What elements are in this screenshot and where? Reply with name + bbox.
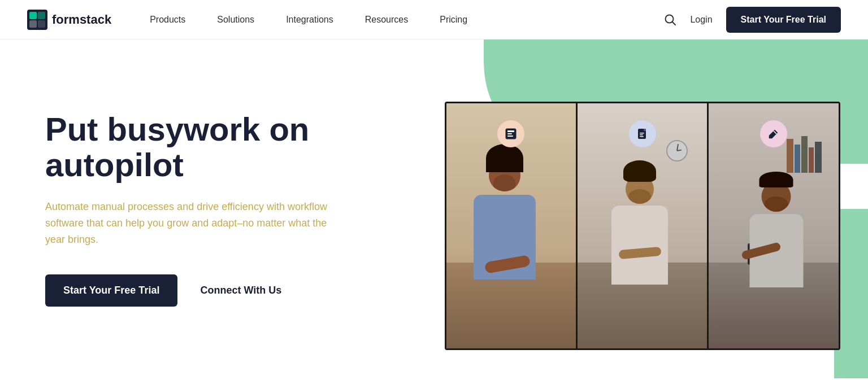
panel-badge-3 [760,120,787,147]
svg-line-6 [672,21,676,25]
person-2-hair [623,160,656,182]
logo-link[interactable]: formstack [27,10,111,30]
svg-rect-13 [640,133,644,134]
hero-subtext-dash: – [237,217,242,229]
hero-heading-line2: autopilot [45,146,184,183]
svg-rect-3 [29,20,37,28]
hero-section: Put busywork on autopilot Automate manua… [0,40,868,378]
svg-rect-2 [38,12,45,19]
panel-badge-2 [629,120,656,147]
bookshelf [787,128,832,173]
hero-cta-button[interactable]: Start Your Free Trial [45,274,177,307]
logo-text: formstack [52,12,111,27]
hero-heading: Put busywork on autopilot [45,111,371,184]
hero-subtext-link[interactable]: brings. [68,234,98,245]
svg-rect-10 [507,136,513,137]
document-icon [636,128,649,140]
nav-integrations[interactable]: Integrations [270,0,349,40]
hero-connect-link[interactable]: Connect With Us [200,285,281,296]
search-button[interactable] [664,14,676,26]
form-icon [505,128,517,140]
nav-pricing[interactable]: Pricing [424,0,483,40]
person-2-body [611,206,668,285]
login-link[interactable]: Login [690,15,712,25]
video-composite [445,102,840,350]
formstack-logo-icon [27,10,47,30]
svg-rect-8 [507,130,514,132]
search-icon [664,14,676,26]
svg-rect-14 [640,134,643,136]
nav-solutions[interactable]: Solutions [201,0,270,40]
hero-right [416,40,868,378]
hero-subtext: Automate manual processes and drive effi… [45,199,339,247]
nav-cta-button[interactable]: Start Your Free Trial [726,7,841,33]
nav-products[interactable]: Products [134,0,201,40]
hero-heading-line1: Put busywork on [45,111,309,147]
video-panel-1 [446,103,576,348]
video-panel-2 [576,103,707,348]
person-1-hair [486,144,523,172]
video-panel-3 [707,103,838,348]
svg-rect-4 [38,20,45,28]
person-3-hair [760,172,793,187]
svg-rect-9 [507,133,512,134]
edit-icon [768,128,779,139]
svg-rect-1 [29,12,37,19]
nav-links: Products Solutions Integrations Resource… [134,0,664,40]
nav-resources[interactable]: Resources [349,0,424,40]
navbar: formstack Products Solutions Integration… [0,0,868,40]
hero-left: Put busywork on autopilot Automate manua… [0,40,416,378]
svg-rect-12 [644,129,646,131]
hero-buttons: Start Your Free Trial Connect With Us [45,274,371,307]
panel-badge-1 [497,120,524,147]
wall-clock [666,140,688,161]
svg-rect-15 [640,136,644,137]
nav-actions: Login Start Your Free Trial [664,7,841,33]
